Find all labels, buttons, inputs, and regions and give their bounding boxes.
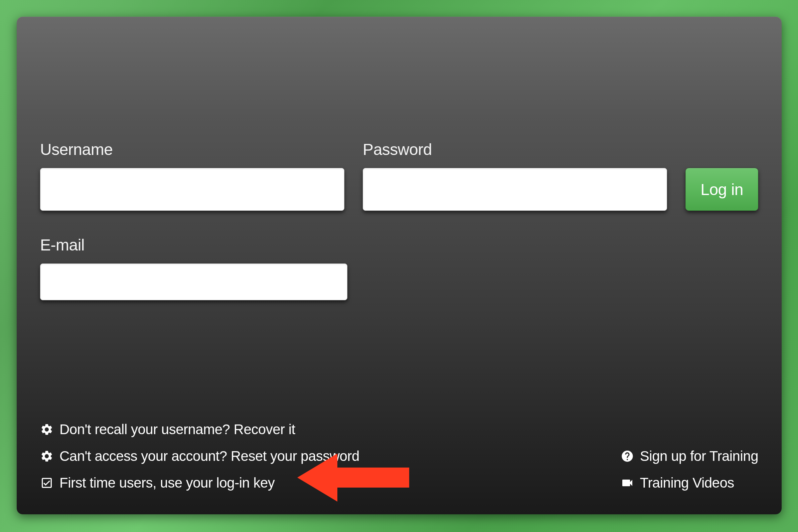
login-button[interactable]: Log in (685, 168, 758, 211)
link-label: First time users, use your log-in key (59, 475, 274, 491)
first-time-login-link[interactable]: First time users, use your log-in key (40, 475, 359, 491)
email-group: E-mail (40, 236, 347, 300)
recover-username-link[interactable]: Don't recall your username? Recover it (40, 421, 359, 437)
username-input[interactable] (40, 168, 344, 211)
password-input[interactable] (363, 168, 667, 211)
login-panel: Username Password Log in E-mail Don't re… (17, 17, 782, 514)
gear-icon (40, 423, 54, 436)
password-group: Password (363, 140, 667, 211)
link-label: Can't access your account? Reset your pa… (59, 448, 359, 464)
link-label: Sign up for Training (640, 448, 758, 464)
link-label: Don't recall your username? Recover it (59, 421, 295, 437)
username-group: Username (40, 140, 344, 211)
bottom-links: Don't recall your username? Recover it C… (40, 421, 758, 491)
link-label: Training Videos (640, 475, 734, 491)
username-label: Username (40, 140, 344, 159)
form-row-top: Username Password Log in (40, 140, 758, 211)
training-videos-link[interactable]: Training Videos (621, 475, 734, 491)
gear-icon (40, 450, 54, 463)
password-label: Password (363, 140, 667, 159)
signup-training-link[interactable]: Sign up for Training (621, 448, 758, 464)
check-icon (40, 476, 54, 490)
question-icon (621, 450, 634, 463)
links-right: Sign up for Training Training Videos (621, 448, 758, 491)
links-left: Don't recall your username? Recover it C… (40, 421, 359, 491)
video-icon (621, 476, 634, 490)
email-input[interactable] (40, 264, 347, 300)
reset-password-link[interactable]: Can't access your account? Reset your pa… (40, 448, 359, 464)
email-label: E-mail (40, 236, 347, 254)
